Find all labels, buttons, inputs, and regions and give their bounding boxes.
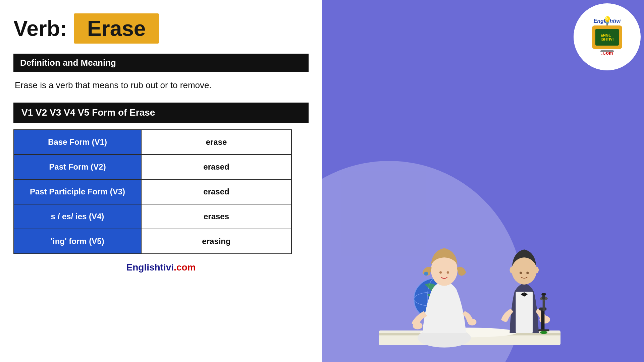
svg-rect-13 xyxy=(516,292,533,333)
left-panel: Verb: Erase Definition and Meaning Erase… xyxy=(0,0,322,362)
svg-point-17 xyxy=(520,272,522,274)
definition-header-text: Definition and Meaning xyxy=(20,58,116,68)
table-label-cell: Past Form (V2) xyxy=(14,155,141,179)
table-label-cell: Base Form (V1) xyxy=(14,130,141,155)
verb-word-box: Erase xyxy=(74,13,159,44)
verb-word: Erase xyxy=(87,16,146,41)
table-label-cell: 'ing' form (V5) xyxy=(14,229,141,254)
footer: Englishtivi.com xyxy=(13,262,309,273)
svg-point-10 xyxy=(424,272,428,276)
verb-forms-table: Base Form (V1)erasePast Form (V2)erasedP… xyxy=(13,129,292,254)
kids-image-area xyxy=(322,101,644,362)
svg-point-8 xyxy=(468,319,477,325)
v-forms-header-text: V1 V2 V3 V4 V5 Form of Erase xyxy=(21,107,155,118)
table-value-cell: erased xyxy=(141,155,291,179)
svg-point-14 xyxy=(523,293,525,295)
svg-rect-23 xyxy=(543,299,545,311)
table-label-cell: Past Participle Form (V3) xyxy=(14,179,141,204)
svg-rect-21 xyxy=(541,309,544,330)
svg-point-7 xyxy=(413,322,423,329)
svg-point-19 xyxy=(509,266,514,273)
svg-rect-27 xyxy=(538,329,549,331)
svg-point-26 xyxy=(541,293,546,295)
table-row: Base Form (V1)erase xyxy=(14,130,291,155)
footer-brand-blue: Englishtivi xyxy=(126,262,174,273)
definition-header: Definition and Meaning xyxy=(13,54,309,72)
right-panel: Englishtivi 💡 ENGLISHTIVI .Com xyxy=(322,0,644,362)
footer-brand-red: .com xyxy=(174,262,196,273)
table-value-cell: erases xyxy=(141,204,291,229)
verb-title-row: Verb: Erase xyxy=(13,13,309,44)
svg-point-28 xyxy=(540,331,547,334)
table-value-cell: erased xyxy=(141,179,291,204)
svg-point-12 xyxy=(447,271,449,274)
svg-point-20 xyxy=(534,266,539,273)
table-label-cell: s / es/ ies (V4) xyxy=(14,204,141,229)
svg-point-15 xyxy=(539,316,550,323)
logo-tv: 💡 ENGLISHTIVI xyxy=(592,25,622,49)
kids-illustration xyxy=(322,101,644,362)
svg-point-11 xyxy=(439,271,442,274)
logo-tv-text: ENGLISHTIVI xyxy=(601,33,614,41)
table-row: s / es/ ies (V4)erases xyxy=(14,204,291,229)
svg-point-18 xyxy=(526,272,529,274)
table-row: 'ing' form (V5)erasing xyxy=(14,229,291,254)
verb-label: Verb: xyxy=(13,16,67,41)
logo-container: Englishtivi 💡 ENGLISHTIVI .Com xyxy=(574,3,641,70)
table-value-cell: erase xyxy=(141,130,291,155)
table-row: Past Participle Form (V3)erased xyxy=(14,179,291,204)
logo-tv-screen: ENGLISHTIVI xyxy=(595,29,619,46)
bulb-icon: 💡 xyxy=(603,16,612,25)
definition-text: Erase is a verb that means to rub out or… xyxy=(13,80,309,90)
table-row: Past Form (V2)erased xyxy=(14,155,291,179)
table-value-cell: erasing xyxy=(141,229,291,254)
v-forms-header: V1 V2 V3 V4 V5 Form of Erase xyxy=(13,103,309,123)
